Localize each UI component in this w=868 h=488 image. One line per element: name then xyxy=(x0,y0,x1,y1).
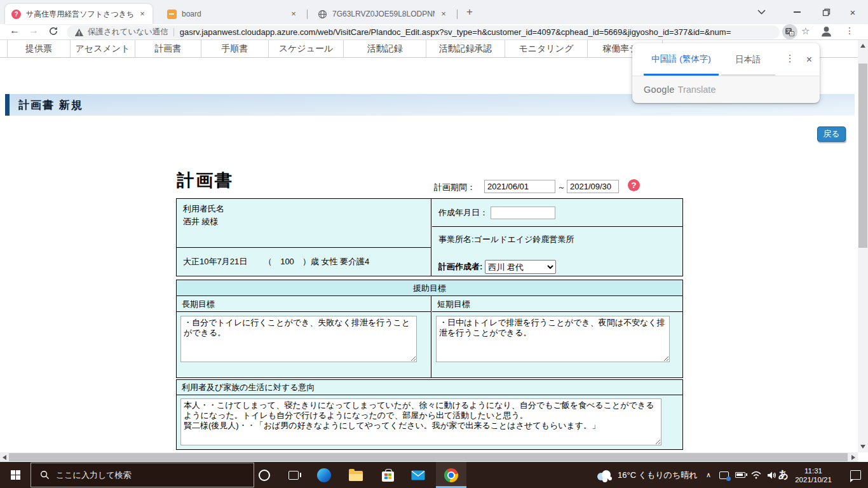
created-date-cell: 作成年月日： xyxy=(432,199,682,227)
user-name-label: 利用者氏名 xyxy=(183,203,424,215)
intention-table: 利用者及び家族の生活に対する意向 本人・・こけてしまって、寝たきりになってしまっ… xyxy=(176,379,683,450)
nav-item-schedule[interactable]: スケジュール xyxy=(269,40,344,58)
tab-close-icon[interactable]: × xyxy=(438,9,449,19)
tray-battery-icon[interactable] xyxy=(732,462,749,488)
back-icon[interactable]: ← xyxy=(10,25,20,36)
tray-wifi-icon[interactable] xyxy=(749,462,764,488)
intention-textarea[interactable]: 本人・・こけてしまって、寝たきりになってしまっていたが、徐々に動けるようになり、… xyxy=(180,398,661,445)
scroll-up-icon[interactable] xyxy=(860,44,865,48)
browser-menu-icon[interactable]: ⋮ xyxy=(845,25,854,36)
scroll-right-icon[interactable] xyxy=(851,455,855,460)
form-title: 計画書 xyxy=(177,169,234,192)
bookmark-star-icon[interactable]: ☆ xyxy=(801,25,810,37)
translate-target-language-tab[interactable]: 中国語 (繁体字) xyxy=(644,53,719,76)
nav-item-katsudokiroku[interactable]: 活動記録 xyxy=(344,40,426,58)
created-date-label: 作成年月日： xyxy=(438,207,488,219)
tab-satsuki[interactable]: ? サ高住専用経営ソフトさつきちゃん × xyxy=(5,4,153,24)
taskbar-weather[interactable]: 16°C くもりのち晴れ xyxy=(596,462,698,488)
search-icon xyxy=(40,470,50,480)
scroll-down-icon[interactable] xyxy=(860,445,865,449)
nav-item-keikakusho[interactable]: 計画書 xyxy=(135,40,201,58)
tab-title: サ高住専用経営ソフトさつきちゃん xyxy=(26,9,133,20)
chrome-icon xyxy=(444,468,458,482)
goals-table: 援助目標 長期目標 ・自分でトイレに行くことができ、失敗なく排泄を行うことができ… xyxy=(176,280,683,378)
window-close-button[interactable]: × xyxy=(840,3,865,22)
user-name-cell: 利用者氏名 酒井 綾様 xyxy=(177,199,431,248)
created-date-input[interactable] xyxy=(491,207,555,219)
horizontal-scrollbar[interactable] xyxy=(0,452,858,462)
nav-item-monitoring[interactable]: モニタリング xyxy=(505,40,588,58)
vertical-scroll-thumb[interactable] xyxy=(858,64,867,248)
google-brand: Google xyxy=(644,85,675,95)
plan-period-start-input[interactable] xyxy=(484,180,555,193)
window-minimize-button[interactable] xyxy=(784,3,810,22)
start-button[interactable] xyxy=(0,462,31,488)
task-view-icon xyxy=(288,471,299,480)
file-explorer-button[interactable] xyxy=(342,462,370,488)
nav-item-assessment[interactable]: アセスメント xyxy=(71,40,135,58)
translate-source-language-tab[interactable]: 日本語 xyxy=(721,54,775,76)
tray-expand-icon[interactable]: ∧ xyxy=(702,462,715,488)
reload-icon[interactable] xyxy=(48,26,58,39)
plan-period-tilde: ～ xyxy=(557,182,566,193)
new-tab-button[interactable]: + xyxy=(463,6,477,20)
translate-close-icon[interactable]: × xyxy=(806,54,812,65)
clock-time: 11:31 xyxy=(804,466,822,475)
plan-period-end-input[interactable] xyxy=(567,180,619,193)
store-button[interactable] xyxy=(374,462,402,488)
task-view-button[interactable] xyxy=(280,462,308,488)
user-info-table: 利用者氏名 酒井 綾様 大正10年7月21日 （ 100 ）歳 女性 要介護4 … xyxy=(176,198,683,276)
tray-display-icon[interactable] xyxy=(715,462,732,488)
taskbar-search-input[interactable] xyxy=(56,470,234,480)
help-icon[interactable]: ? xyxy=(628,179,640,191)
nav-item-tejunsho[interactable]: 手順書 xyxy=(201,40,269,58)
tab-document[interactable]: 7G63LRVZ0JOE59L8LODPNM5W × xyxy=(311,4,454,24)
intention-label: 利用者及び家族の生活に対する意向 xyxy=(177,380,682,395)
tab-close-icon[interactable]: × xyxy=(137,9,147,19)
tab-separator xyxy=(457,10,458,19)
ime-indicator[interactable]: あ xyxy=(776,462,790,488)
tab-close-icon[interactable]: × xyxy=(288,9,299,19)
short-goal-textarea[interactable]: ・日中はトイレで排泄を行うことができ、夜間は不安なく排泄を行うことができる。 xyxy=(436,316,670,362)
tab-search-chevron-icon[interactable] xyxy=(749,3,774,22)
long-goal-label: 長期目標 xyxy=(177,296,431,312)
translate-icon[interactable]: 文 A xyxy=(782,24,797,39)
taskbar-search-box[interactable] xyxy=(31,463,254,487)
long-goal-textarea[interactable]: ・自分でトイレに行くことができ、失敗なく排泄を行うことができる。 xyxy=(180,316,417,362)
weather-text: 16°C くもりのち晴れ xyxy=(618,470,698,481)
back-button[interactable]: 戻る xyxy=(817,126,846,142)
horizontal-scroll-thumb[interactable] xyxy=(9,453,848,461)
nav-item-kiroku-shonin[interactable]: 活動記録承認 xyxy=(426,40,505,58)
globe-favicon xyxy=(318,10,327,19)
store-icon xyxy=(382,471,394,482)
vertical-scrollbar[interactable] xyxy=(858,40,868,452)
url-text: gasrv.japanwest.cloudapp.azure.com/web/V… xyxy=(180,27,731,37)
browser-titlebar: ? サ高住専用経営ソフトさつきちゃん × board × 7G63LRVZ0JO… xyxy=(0,0,868,24)
mail-button[interactable] xyxy=(404,462,432,488)
security-label: 保護されていない通信 xyxy=(88,27,168,37)
cortana-icon xyxy=(259,470,270,481)
chrome-button[interactable] xyxy=(436,462,466,488)
profile-avatar-icon[interactable] xyxy=(820,25,833,41)
windows-logo-icon xyxy=(11,470,20,480)
scroll-left-icon[interactable] xyxy=(3,455,6,460)
window-restore-button[interactable] xyxy=(813,3,839,22)
translate-popup: 中国語 (繁体字) 日本語 ⋮ × Google Translate xyxy=(632,43,820,103)
tab-title: board xyxy=(182,10,285,18)
forward-icon[interactable]: → xyxy=(29,25,39,36)
taskbar-clock[interactable]: 11:31 2021/10/21 xyxy=(789,462,837,488)
edge-button[interactable] xyxy=(310,462,338,488)
plan-author-select[interactable]: 西川 君代 xyxy=(485,260,556,274)
banner-accent-bar xyxy=(5,94,10,116)
nav-item-teikyohyo[interactable]: 提供票 xyxy=(7,40,71,58)
address-separator xyxy=(173,28,174,36)
action-center-button[interactable] xyxy=(843,462,868,488)
tab-board[interactable]: board × xyxy=(160,4,304,24)
cortana-button[interactable] xyxy=(250,462,278,488)
screen: ? サ高住専用経営ソフトさつきちゃん × board × 7G63LRVZ0JO… xyxy=(0,0,868,488)
help-favicon: ? xyxy=(11,10,21,19)
plan-author-label: 計画作成者: xyxy=(438,261,482,273)
translate-options-icon[interactable]: ⋮ xyxy=(785,53,795,64)
address-bar[interactable]: 保護されていない通信 gasrv.japanwest.cloudapp.azur… xyxy=(67,25,780,39)
goals-header: 援助目標 xyxy=(177,280,682,296)
